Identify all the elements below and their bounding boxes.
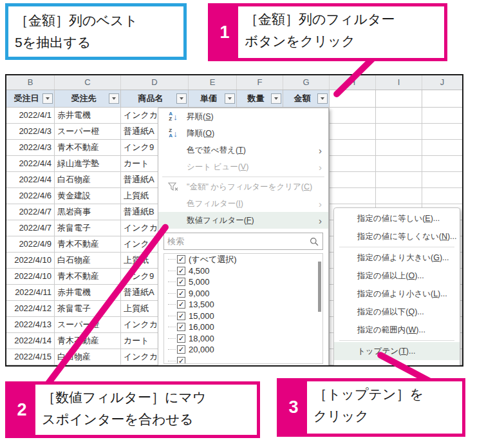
column-letter-C[interactable]: C bbox=[55, 75, 121, 90]
cell-empty[interactable] bbox=[422, 140, 462, 156]
checkbox-checked-icon[interactable]: ✓ bbox=[177, 267, 185, 275]
column-letter-B[interactable]: B bbox=[6, 75, 55, 90]
cell-order-date[interactable]: 2022/4/1 bbox=[6, 108, 55, 124]
cell-empty[interactable] bbox=[376, 108, 422, 124]
cell-order-date[interactable]: 2022/4/15 bbox=[6, 349, 55, 365]
column-letter-G[interactable]: G bbox=[283, 75, 330, 90]
checkbox-item[interactable]: ✓18,000 bbox=[164, 333, 322, 345]
cell-order-date[interactable]: 2022/4/13 bbox=[6, 317, 55, 333]
number-filter-item[interactable]: 指定の値より小さい(L)... bbox=[334, 285, 460, 303]
filter-menu-item[interactable]: 数値フィルター(F)› bbox=[158, 212, 328, 229]
cell-empty[interactable] bbox=[330, 172, 376, 188]
filter-menu-item[interactable]: 色で並べ替え(T)› bbox=[158, 142, 328, 158]
header-cell[interactable]: 金額 bbox=[283, 90, 330, 108]
cell-order-date[interactable]: 2022/4/9 bbox=[6, 236, 55, 253]
cell-order-date[interactable]: 2022/4/4 bbox=[6, 156, 55, 172]
cell-empty[interactable] bbox=[376, 140, 422, 156]
filter-menu-item[interactable]: AZ↓昇順(S) bbox=[158, 108, 328, 125]
checkbox-item[interactable]: ✓16,000 bbox=[164, 321, 322, 333]
number-filter-item[interactable]: 指定の値以下(Q)... bbox=[334, 303, 460, 321]
checkbox-item[interactable]: ✓(すべて選択) bbox=[164, 254, 322, 265]
filter-button[interactable] bbox=[109, 93, 119, 104]
cell-client[interactable]: 青木不動産 bbox=[55, 269, 121, 285]
cell-client[interactable]: 黒岩商事 bbox=[55, 204, 121, 220]
checkbox-item[interactable]: ✓13,500 bbox=[164, 299, 322, 311]
filter-menu-item[interactable]: ZA↓降順(O) bbox=[158, 125, 328, 142]
header-cell-empty[interactable] bbox=[422, 90, 462, 108]
cell-empty[interactable] bbox=[376, 156, 422, 172]
cell-empty[interactable] bbox=[422, 188, 462, 204]
cell-empty[interactable] bbox=[422, 172, 462, 188]
cell-order-date[interactable]: 2022/4/10 bbox=[6, 269, 55, 285]
header-cell[interactable]: 数量 bbox=[237, 90, 283, 108]
cell-client[interactable]: 白石物産 bbox=[55, 253, 121, 269]
header-cell-empty[interactable] bbox=[376, 90, 422, 108]
number-filter-item[interactable]: 指定の値より大きい(G)... bbox=[334, 249, 460, 267]
header-cell[interactable]: 商品名 bbox=[121, 90, 189, 108]
cell-order-date[interactable]: 2022/4/11 bbox=[6, 285, 55, 301]
column-letter-I[interactable]: I bbox=[376, 75, 422, 90]
column-letter-F[interactable]: F bbox=[237, 75, 283, 90]
cell-order-date[interactable]: 2022/4/4 bbox=[6, 172, 55, 188]
checkbox-checked-icon[interactable]: ✓ bbox=[177, 300, 185, 309]
cell-order-date[interactable]: 2022/4/10 bbox=[6, 253, 55, 269]
cell-empty[interactable] bbox=[376, 188, 422, 204]
cell-client[interactable]: スーパー橙 bbox=[55, 124, 121, 140]
filter-button[interactable] bbox=[271, 93, 281, 104]
checkbox-item[interactable]: ✓5,000 bbox=[164, 276, 322, 288]
filter-button[interactable] bbox=[176, 93, 187, 104]
number-filter-item[interactable]: 指定の値以上(O)... bbox=[334, 267, 460, 285]
checkbox-checked-icon[interactable]: ✓ bbox=[177, 289, 185, 298]
checkbox-item[interactable]: ✓20,000 bbox=[164, 344, 322, 356]
checkbox-checked-icon[interactable]: ✓ bbox=[177, 357, 185, 364]
number-filter-item[interactable]: トップテン(T)... bbox=[334, 342, 460, 360]
cell-empty[interactable] bbox=[376, 124, 422, 140]
column-letter-E[interactable]: E bbox=[189, 75, 237, 90]
scrollbar[interactable] bbox=[318, 262, 321, 312]
cell-client[interactable]: 赤井電機 bbox=[55, 108, 121, 124]
cell-empty[interactable] bbox=[422, 108, 462, 124]
checkbox-item-partial[interactable]: ✓ bbox=[164, 356, 322, 365]
cell-empty[interactable] bbox=[330, 124, 376, 140]
header-cell[interactable]: 受注日 bbox=[6, 90, 55, 108]
filter-button[interactable] bbox=[42, 93, 53, 104]
checkbox-checked-icon[interactable]: ✓ bbox=[177, 345, 185, 354]
checkbox-item[interactable]: ✓15,000 bbox=[164, 311, 322, 322]
cell-empty[interactable] bbox=[330, 140, 376, 156]
cell-client[interactable]: 青木不動産 bbox=[55, 236, 121, 253]
cell-order-date[interactable]: 2022/4/7 bbox=[6, 220, 55, 236]
cell-order-date[interactable]: 2022/4/12 bbox=[6, 301, 55, 317]
checkbox-checked-icon[interactable]: ✓ bbox=[177, 278, 185, 286]
cell-empty[interactable] bbox=[330, 156, 376, 172]
cell-order-date[interactable]: 2022/4/3 bbox=[6, 124, 55, 140]
number-filter-item[interactable]: 指定の値に等しくない(N)... bbox=[334, 227, 460, 245]
number-filter-item[interactable]: 指定の値に等しい(E)... bbox=[334, 209, 460, 227]
cell-order-date[interactable]: 2022/4/6 bbox=[6, 188, 55, 204]
cell-empty[interactable] bbox=[330, 108, 376, 124]
cell-empty[interactable] bbox=[330, 188, 376, 204]
cell-client[interactable]: 黄金建設 bbox=[55, 188, 121, 204]
cell-order-date[interactable]: 2022/4/3 bbox=[6, 140, 55, 156]
number-filter-item[interactable]: 指定の範囲内(W)... bbox=[334, 321, 460, 339]
checkbox-checked-icon[interactable]: ✓ bbox=[177, 334, 185, 343]
cell-client[interactable]: 茶畠電子 bbox=[55, 220, 121, 236]
checkbox-item[interactable]: ✓9,000 bbox=[164, 288, 322, 300]
cell-empty[interactable] bbox=[422, 124, 462, 140]
cell-order-date[interactable]: 2022/4/7 bbox=[6, 204, 55, 220]
cell-client[interactable]: 白石物産 bbox=[55, 172, 121, 188]
column-letter-J[interactable]: J bbox=[422, 75, 462, 90]
filter-button[interactable] bbox=[225, 93, 235, 104]
cell-client[interactable]: 青木不動産 bbox=[55, 140, 121, 156]
cell-order-date[interactable]: 2022/4/14 bbox=[6, 333, 55, 349]
cell-empty[interactable] bbox=[376, 172, 422, 188]
header-cell[interactable]: 受注先 bbox=[55, 90, 121, 108]
cell-client[interactable]: 緑山進学塾 bbox=[55, 156, 121, 172]
filter-button[interactable] bbox=[317, 93, 328, 104]
column-letter-D[interactable]: D bbox=[121, 75, 189, 90]
cell-empty[interactable] bbox=[422, 156, 462, 172]
checkbox-checked-icon[interactable]: ✓ bbox=[177, 312, 185, 320]
checkbox-checked-icon[interactable]: ✓ bbox=[177, 323, 185, 331]
checkbox-item[interactable]: ✓4,500 bbox=[164, 265, 322, 277]
search-input[interactable] bbox=[164, 236, 310, 246]
checkbox-checked-icon[interactable]: ✓ bbox=[177, 255, 185, 263]
